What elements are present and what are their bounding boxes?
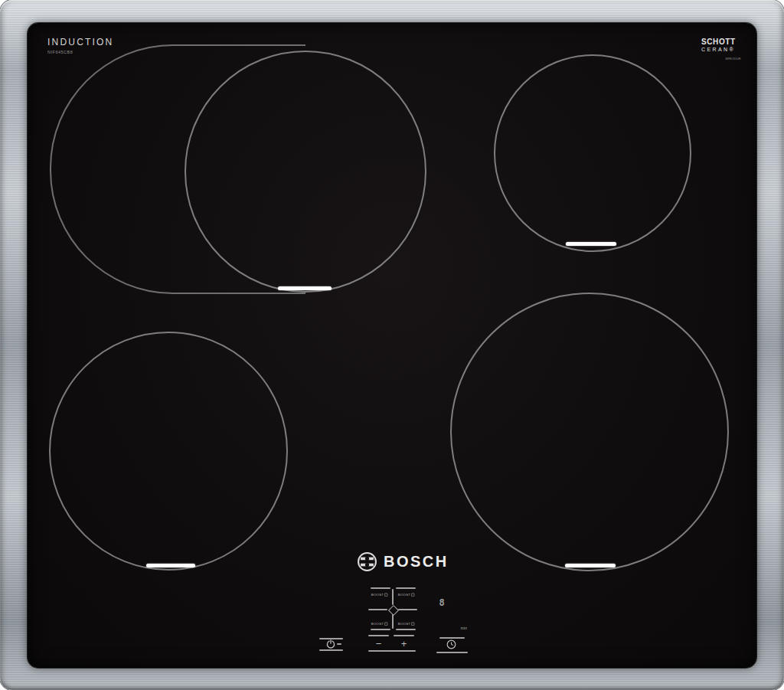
pan-positioning-marker-back-right xyxy=(566,242,616,246)
boost-text: BOOST xyxy=(371,622,384,626)
key-line xyxy=(439,637,465,639)
boost-label: BOOST xyxy=(372,593,386,597)
boost-badge-icon xyxy=(411,622,414,625)
stainless-steel-frame: INDUCTION NIF645CB8 SCHOTT CERAN® MIRODU… xyxy=(0,0,784,690)
boost-label: BOOST xyxy=(372,622,386,626)
zone-select-back-right-key[interactable]: BOOST xyxy=(394,584,419,607)
cooking-zone-back-left-ring xyxy=(185,51,426,293)
selector-cross-line xyxy=(368,609,387,610)
plus-key[interactable]: + xyxy=(392,633,416,649)
bosch-wordmark: BOSCH xyxy=(384,553,449,571)
power-key[interactable] xyxy=(317,636,345,652)
schott-label: SCHOTT xyxy=(701,38,747,46)
key-line xyxy=(394,635,414,636)
cooking-zone-front-right-ring xyxy=(450,293,729,571)
zone-select-front-right-key[interactable]: BOOST xyxy=(394,610,419,633)
boost-label: BOOST xyxy=(399,593,413,597)
cooking-zone-back-right-ring xyxy=(494,54,691,252)
boost-text: BOOST xyxy=(398,593,411,597)
timer-key[interactable]: min xyxy=(435,626,469,654)
power-level-stepper: − + xyxy=(367,633,416,652)
key-line xyxy=(396,587,416,589)
key-line xyxy=(436,652,468,653)
pan-positioning-marker-back-left xyxy=(278,286,332,290)
selector-cross-line xyxy=(392,589,394,605)
glass-brand-subtext: MIRODUR xyxy=(720,57,747,60)
key-line xyxy=(319,649,343,651)
induction-label: INDUCTION xyxy=(47,37,113,47)
bosch-logo: BOSCH xyxy=(357,551,449,572)
boost-label: BOOST xyxy=(399,622,413,626)
power-icon xyxy=(326,639,335,649)
ceramic-glass-surface: INDUCTION NIF645CB8 SCHOTT CERAN® MIRODU… xyxy=(28,23,756,668)
pan-positioning-marker-front-left xyxy=(146,564,195,567)
induction-branding: INDUCTION NIF645CB8 xyxy=(47,37,113,57)
key-line xyxy=(368,650,416,652)
power-dash xyxy=(337,643,341,645)
model-number: NIF645CB8 xyxy=(47,50,93,54)
timer-clock-icon xyxy=(446,639,456,649)
ceran-label: CERAN® xyxy=(701,46,747,53)
zone-selector: BOOST BOOST BOOST BOOST xyxy=(367,584,419,633)
boost-text: BOOST xyxy=(371,593,384,597)
boost-badge-icon xyxy=(384,593,387,596)
boost-badge-icon xyxy=(384,622,387,625)
boost-text: BOOST xyxy=(398,622,411,626)
schott-ceran-branding: SCHOTT CERAN® MIRODUR xyxy=(701,38,747,62)
key-line xyxy=(396,629,416,630)
zone-select-back-left-key[interactable]: BOOST xyxy=(367,584,392,607)
plus-label: + xyxy=(394,639,414,649)
selector-cross-line xyxy=(398,609,417,610)
selector-cross-line xyxy=(392,614,394,629)
boost-badge-icon xyxy=(411,593,414,596)
key-line xyxy=(368,635,389,636)
minus-key[interactable]: − xyxy=(367,633,390,649)
zone-select-front-left-key[interactable]: BOOST xyxy=(367,610,392,633)
minus-label: − xyxy=(368,639,389,649)
key-line xyxy=(371,587,390,589)
timer-unit-label: min xyxy=(457,626,467,630)
timer-display: 8 xyxy=(436,597,447,610)
pan-positioning-marker-front-right xyxy=(565,564,616,567)
cooking-zone-front-left-ring xyxy=(49,332,288,571)
bosch-armature-icon xyxy=(357,551,377,572)
key-line xyxy=(371,629,390,630)
